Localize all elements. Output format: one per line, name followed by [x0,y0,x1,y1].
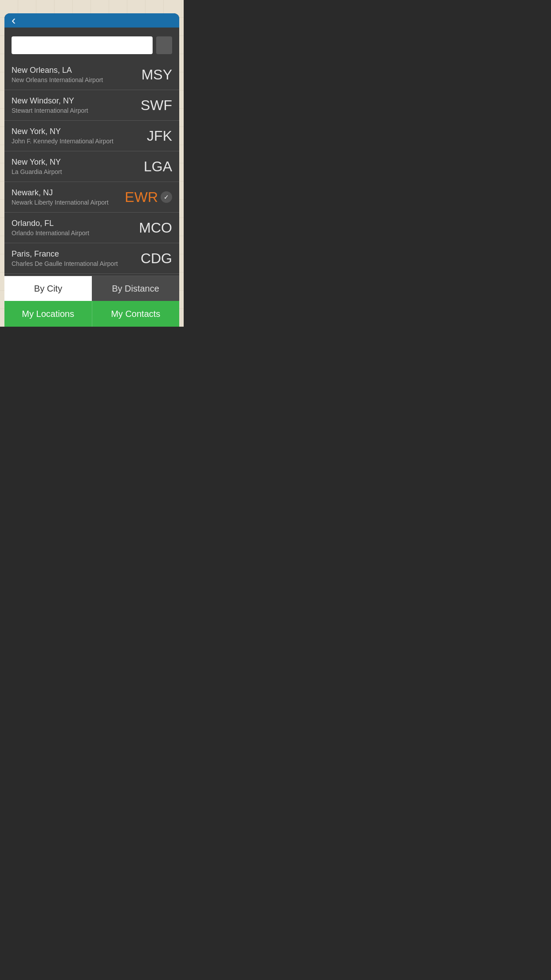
my-locations-button[interactable]: My Locations [4,301,92,327]
airport-code-wrap: SWF [132,97,172,114]
airport-info: New Windsor, NYStewart International Air… [12,96,132,114]
airport-code-wrap: MCO [132,220,172,236]
search-area [4,28,179,59]
back-button[interactable]: ‹ [12,14,16,27]
airport-code: CDG [132,250,172,267]
airport-code-wrap: MSY [132,67,172,83]
airport-code-wrap: CDG [132,250,172,267]
airport-code: SWF [132,97,172,114]
airport-code-wrap: EWR [118,189,172,205]
airport-list-item[interactable]: New Orleans, LANew Orleans International… [4,59,179,90]
airport-name: New Orleans International Airport [12,76,132,83]
sort-tabs: By City By Distance [4,276,179,301]
airport-name: Newark Liberty International Airport [12,199,118,206]
selected-checkmark-icon [161,191,172,203]
bottom-buttons: My Locations My Contacts [4,301,179,327]
airport-code-wrap: LGA [132,158,172,175]
airport-list-item[interactable]: Paris, FranceCharles De Gaulle Internati… [4,243,179,274]
airport-name: La Guardia Airport [12,168,132,175]
airport-info: New York, NYJohn F. Kennedy Internationa… [12,127,132,145]
airport-city: Paris, France [12,249,132,259]
airport-info: New York, NYLa Guardia Airport [12,158,132,175]
airport-list-item[interactable]: New York, NYJohn F. Kennedy Internationa… [4,121,179,151]
airport-info: Paris, FranceCharles De Gaulle Internati… [12,249,132,267]
airport-list-item[interactable]: New York, NYLa Guardia AirportLGA [4,151,179,182]
airport-code: MSY [132,67,172,83]
back-arrow-icon: ‹ [12,14,16,27]
airport-code-wrap: JFK [132,128,172,144]
airport-code: LGA [132,158,172,175]
airport-code: EWR [118,189,158,205]
modal-header: ‹ [4,13,179,28]
airport-name: John F. Kennedy International Airport [12,138,132,145]
airport-info: New Orleans, LANew Orleans International… [12,66,132,83]
airport-city: New York, NY [12,127,132,136]
airport-list[interactable]: New Orleans, LANew Orleans International… [4,59,179,276]
airport-city: New Orleans, LA [12,66,132,75]
airport-code: MCO [132,220,172,236]
airport-name: Stewart International Airport [12,107,132,114]
airport-city: New Windsor, NY [12,96,132,106]
sort-by-distance-tab[interactable]: By Distance [92,276,179,301]
airport-list-item[interactable]: Newark, NJNewark Liberty International A… [4,182,179,213]
search-input[interactable] [12,36,153,54]
airport-city: Orlando, FL [12,219,132,228]
my-contacts-button[interactable]: My Contacts [92,301,180,327]
airport-list-item[interactable]: Orlando, FLOrlando International Airport… [4,213,179,243]
airport-modal: ‹ New Orleans, LANew Orleans Internation… [4,13,179,327]
airport-name: Orlando International Airport [12,229,132,237]
airport-name: Charles De Gaulle International Airport [12,260,132,267]
airport-info: Orlando, FLOrlando International Airport [12,219,132,237]
airport-list-item[interactable]: New Windsor, NYStewart International Air… [4,90,179,121]
airport-city: Newark, NJ [12,188,118,198]
search-row [12,36,172,54]
airport-city: New York, NY [12,158,132,167]
airport-code: JFK [132,128,172,144]
done-button[interactable] [156,36,172,54]
airport-info: Newark, NJNewark Liberty International A… [12,188,118,206]
sort-by-city-tab[interactable]: By City [4,276,92,301]
